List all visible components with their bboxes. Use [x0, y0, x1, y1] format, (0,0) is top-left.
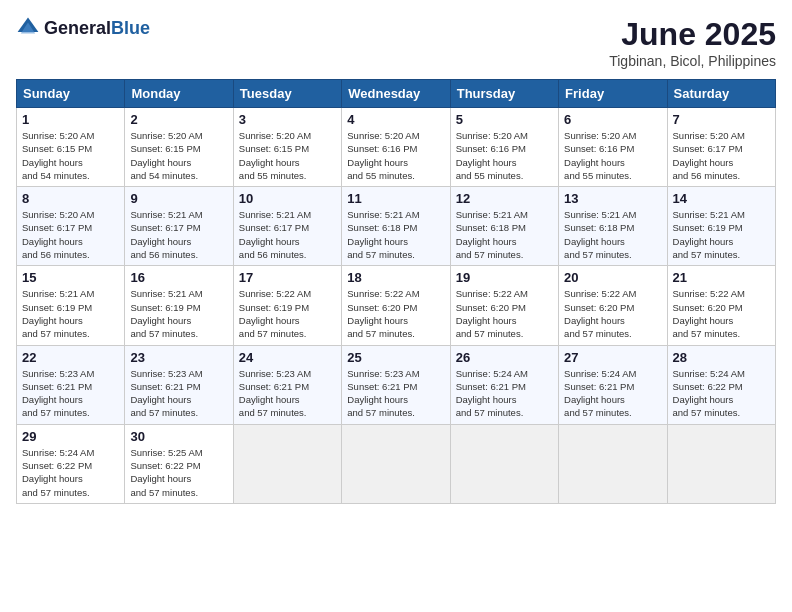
day-info: Sunrise: 5:21 AM Sunset: 6:18 PM Dayligh… [347, 208, 444, 261]
day-number: 20 [564, 270, 661, 285]
day-number: 28 [673, 350, 770, 365]
table-row: 26 Sunrise: 5:24 AM Sunset: 6:21 PM Dayl… [450, 345, 558, 424]
day-info: Sunrise: 5:20 AM Sunset: 6:16 PM Dayligh… [564, 129, 661, 182]
table-row: 14 Sunrise: 5:21 AM Sunset: 6:19 PM Dayl… [667, 187, 775, 266]
table-row: 15 Sunrise: 5:21 AM Sunset: 6:19 PM Dayl… [17, 266, 125, 345]
table-row: 19 Sunrise: 5:22 AM Sunset: 6:20 PM Dayl… [450, 266, 558, 345]
day-number: 22 [22, 350, 119, 365]
day-number: 1 [22, 112, 119, 127]
table-row: 20 Sunrise: 5:22 AM Sunset: 6:20 PM Dayl… [559, 266, 667, 345]
day-number: 8 [22, 191, 119, 206]
day-info: Sunrise: 5:21 AM Sunset: 6:19 PM Dayligh… [22, 287, 119, 340]
day-info: Sunrise: 5:21 AM Sunset: 6:19 PM Dayligh… [673, 208, 770, 261]
table-row [559, 424, 667, 503]
day-number: 29 [22, 429, 119, 444]
day-number: 12 [456, 191, 553, 206]
table-row: 28 Sunrise: 5:24 AM Sunset: 6:22 PM Dayl… [667, 345, 775, 424]
day-info: Sunrise: 5:21 AM Sunset: 6:17 PM Dayligh… [239, 208, 336, 261]
day-info: Sunrise: 5:20 AM Sunset: 6:16 PM Dayligh… [347, 129, 444, 182]
day-info: Sunrise: 5:20 AM Sunset: 6:17 PM Dayligh… [22, 208, 119, 261]
logo: GeneralBlue [16, 16, 150, 40]
day-info: Sunrise: 5:21 AM Sunset: 6:17 PM Dayligh… [130, 208, 227, 261]
day-number: 18 [347, 270, 444, 285]
table-row: 8 Sunrise: 5:20 AM Sunset: 6:17 PM Dayli… [17, 187, 125, 266]
calendar-row: 22 Sunrise: 5:23 AM Sunset: 6:21 PM Dayl… [17, 345, 776, 424]
day-number: 13 [564, 191, 661, 206]
day-number: 15 [22, 270, 119, 285]
day-number: 25 [347, 350, 444, 365]
day-info: Sunrise: 5:24 AM Sunset: 6:21 PM Dayligh… [564, 367, 661, 420]
day-number: 24 [239, 350, 336, 365]
day-info: Sunrise: 5:21 AM Sunset: 6:18 PM Dayligh… [564, 208, 661, 261]
table-row: 4 Sunrise: 5:20 AM Sunset: 6:16 PM Dayli… [342, 108, 450, 187]
day-number: 14 [673, 191, 770, 206]
day-number: 30 [130, 429, 227, 444]
day-number: 27 [564, 350, 661, 365]
day-info: Sunrise: 5:24 AM Sunset: 6:22 PM Dayligh… [22, 446, 119, 499]
logo-icon [16, 16, 40, 40]
day-info: Sunrise: 5:21 AM Sunset: 6:19 PM Dayligh… [130, 287, 227, 340]
day-info: Sunrise: 5:21 AM Sunset: 6:18 PM Dayligh… [456, 208, 553, 261]
header-wednesday: Wednesday [342, 80, 450, 108]
table-row: 24 Sunrise: 5:23 AM Sunset: 6:21 PM Dayl… [233, 345, 341, 424]
table-row: 7 Sunrise: 5:20 AM Sunset: 6:17 PM Dayli… [667, 108, 775, 187]
day-number: 6 [564, 112, 661, 127]
day-number: 2 [130, 112, 227, 127]
day-number: 17 [239, 270, 336, 285]
page-header: GeneralBlue June 2025 Tigbinan, Bicol, P… [16, 16, 776, 69]
location: Tigbinan, Bicol, Philippines [609, 53, 776, 69]
calendar-row: 1 Sunrise: 5:20 AM Sunset: 6:15 PM Dayli… [17, 108, 776, 187]
table-row: 17 Sunrise: 5:22 AM Sunset: 6:19 PM Dayl… [233, 266, 341, 345]
table-row: 12 Sunrise: 5:21 AM Sunset: 6:18 PM Dayl… [450, 187, 558, 266]
table-row: 6 Sunrise: 5:20 AM Sunset: 6:16 PM Dayli… [559, 108, 667, 187]
table-row: 23 Sunrise: 5:23 AM Sunset: 6:21 PM Dayl… [125, 345, 233, 424]
day-info: Sunrise: 5:20 AM Sunset: 6:16 PM Dayligh… [456, 129, 553, 182]
day-info: Sunrise: 5:25 AM Sunset: 6:22 PM Dayligh… [130, 446, 227, 499]
table-row: 21 Sunrise: 5:22 AM Sunset: 6:20 PM Dayl… [667, 266, 775, 345]
logo-text-blue: Blue [111, 18, 150, 38]
day-info: Sunrise: 5:24 AM Sunset: 6:22 PM Dayligh… [673, 367, 770, 420]
table-row [233, 424, 341, 503]
table-row: 22 Sunrise: 5:23 AM Sunset: 6:21 PM Dayl… [17, 345, 125, 424]
day-number: 19 [456, 270, 553, 285]
header-friday: Friday [559, 80, 667, 108]
header-saturday: Saturday [667, 80, 775, 108]
day-number: 10 [239, 191, 336, 206]
table-row: 9 Sunrise: 5:21 AM Sunset: 6:17 PM Dayli… [125, 187, 233, 266]
header-monday: Monday [125, 80, 233, 108]
day-number: 21 [673, 270, 770, 285]
table-row: 10 Sunrise: 5:21 AM Sunset: 6:17 PM Dayl… [233, 187, 341, 266]
day-info: Sunrise: 5:22 AM Sunset: 6:20 PM Dayligh… [564, 287, 661, 340]
day-number: 9 [130, 191, 227, 206]
day-info: Sunrise: 5:22 AM Sunset: 6:19 PM Dayligh… [239, 287, 336, 340]
table-row: 3 Sunrise: 5:20 AM Sunset: 6:15 PM Dayli… [233, 108, 341, 187]
table-row: 18 Sunrise: 5:22 AM Sunset: 6:20 PM Dayl… [342, 266, 450, 345]
weekday-header-row: Sunday Monday Tuesday Wednesday Thursday… [17, 80, 776, 108]
day-number: 3 [239, 112, 336, 127]
table-row: 29 Sunrise: 5:24 AM Sunset: 6:22 PM Dayl… [17, 424, 125, 503]
calendar-row: 29 Sunrise: 5:24 AM Sunset: 6:22 PM Dayl… [17, 424, 776, 503]
day-number: 16 [130, 270, 227, 285]
table-row: 25 Sunrise: 5:23 AM Sunset: 6:21 PM Dayl… [342, 345, 450, 424]
day-info: Sunrise: 5:23 AM Sunset: 6:21 PM Dayligh… [22, 367, 119, 420]
day-info: Sunrise: 5:23 AM Sunset: 6:21 PM Dayligh… [239, 367, 336, 420]
month-year: June 2025 [609, 16, 776, 53]
table-row: 27 Sunrise: 5:24 AM Sunset: 6:21 PM Dayl… [559, 345, 667, 424]
day-number: 7 [673, 112, 770, 127]
day-info: Sunrise: 5:20 AM Sunset: 6:15 PM Dayligh… [130, 129, 227, 182]
day-info: Sunrise: 5:22 AM Sunset: 6:20 PM Dayligh… [347, 287, 444, 340]
table-row [667, 424, 775, 503]
title-area: June 2025 Tigbinan, Bicol, Philippines [609, 16, 776, 69]
day-number: 5 [456, 112, 553, 127]
table-row: 30 Sunrise: 5:25 AM Sunset: 6:22 PM Dayl… [125, 424, 233, 503]
day-info: Sunrise: 5:22 AM Sunset: 6:20 PM Dayligh… [456, 287, 553, 340]
day-number: 23 [130, 350, 227, 365]
table-row: 11 Sunrise: 5:21 AM Sunset: 6:18 PM Dayl… [342, 187, 450, 266]
day-info: Sunrise: 5:22 AM Sunset: 6:20 PM Dayligh… [673, 287, 770, 340]
day-info: Sunrise: 5:20 AM Sunset: 6:15 PM Dayligh… [22, 129, 119, 182]
day-info: Sunrise: 5:23 AM Sunset: 6:21 PM Dayligh… [130, 367, 227, 420]
day-number: 4 [347, 112, 444, 127]
day-number: 26 [456, 350, 553, 365]
calendar-row: 15 Sunrise: 5:21 AM Sunset: 6:19 PM Dayl… [17, 266, 776, 345]
table-row [450, 424, 558, 503]
